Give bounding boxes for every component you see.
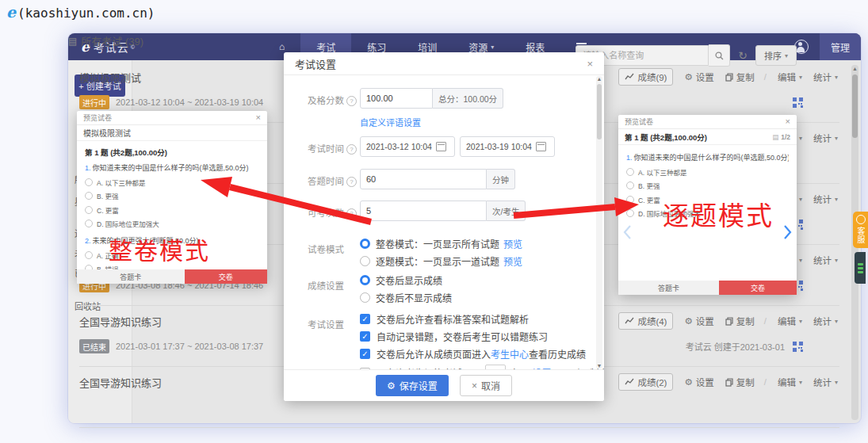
scrollbar-thumb[interactable] [852,74,858,138]
score-chart-icon [625,378,634,386]
qr-code-icon[interactable] [793,342,803,352]
settings-button[interactable]: ⚙设置 [684,315,713,327]
radio-icon [626,168,634,176]
record-wrong-checkbox[interactable]: ✓ 自动记录错题，交卷后考生可以错题练习 [360,330,586,343]
show-score-radio[interactable]: 交卷后显示成绩 [360,273,452,287]
help-icon[interactable]: ? [346,177,357,187]
page-title: ▤ 所有考试 (39) [68,33,143,48]
option-radio[interactable]: A. 以下三种都是 [85,178,259,187]
stats-menu[interactable]: 统计▾ [813,132,838,144]
exam-name[interactable]: 全国导游知识练习 [79,375,162,390]
exam-list-icon: ▤ [68,36,77,47]
cancel-button[interactable]: × 取消 [460,375,512,396]
option-radio[interactable]: B. 更强 [85,191,259,200]
preview-link[interactable]: 预览 [503,237,522,250]
stats-menu[interactable]: 统计▾ [813,71,838,83]
answer-card-button[interactable]: 答题卡 [77,269,185,284]
scrollbar-thumb[interactable] [597,84,602,139]
home-icon: ⌂ [279,41,285,52]
stats-menu[interactable]: 统计▾ [813,315,838,327]
answer-card-button[interactable]: 答题卡 [618,281,719,295]
history-score-checkbox[interactable]: ✓ 交卷后允许从成绩页面进入考生中心查看历史成绩 [360,347,586,361]
caret-down-icon: ▾ [799,318,802,325]
help-icon[interactable]: ? [346,144,357,155]
scroll-up-icon[interactable]: ▲ [596,76,602,82]
stats-menu[interactable]: 统计▾ [813,376,838,388]
exam-name[interactable]: 模拟极限测试 [79,70,141,85]
caret-down-icon: ▾ [799,379,802,386]
caret-down-icon: ▾ [835,379,838,386]
refresh-icon[interactable]: ↻ [738,49,748,62]
custom-comment-link[interactable]: 自定义评语设置 [360,116,421,128]
settings-button[interactable]: ⚙设置 [684,71,713,83]
site-logo: e(kaoshiyun.com.cn) [6,3,155,21]
option-radio[interactable]: A. 以下三种都是 [626,167,789,177]
exam-time-row: 考试时间? 2021-03-12 10:04 2021-03-19 10:04 [284,136,604,157]
score-button[interactable]: 成绩(4) [618,312,673,330]
radio-icon [626,181,634,189]
student-center-link[interactable]: 考生中心 [491,347,529,361]
scroll-down-icon[interactable]: ▼ [596,363,602,369]
pass-score-input[interactable] [360,88,433,109]
copy-button[interactable]: 复制 [725,376,755,388]
nav-admin[interactable]: 管理 [820,33,861,60]
close-icon: × [472,380,477,391]
collapsed-widget[interactable] [855,252,866,284]
edit-menu[interactable]: 编辑▾ [778,315,802,327]
popup-header: 预览试卷 × [618,115,797,129]
status-badge: 已结束 [79,339,109,353]
duration-input[interactable] [360,169,487,189]
help-icon[interactable]: ? [346,208,357,219]
custom-comment-row: 自定义评语设置 [284,116,604,128]
customer-service-tab[interactable]: 客服 [853,212,868,248]
copy-icon [725,378,733,387]
score-button[interactable]: 成绩(9) [618,68,673,86]
exam-name[interactable]: 全国导游知识练习 [79,314,162,329]
total-score-addon: 总分：100.00分 [433,88,503,109]
duration-row: 答题时间? 分钟 [284,169,604,189]
end-time-input[interactable]: 2021-03-19 10:04 [460,136,555,157]
option-radio[interactable]: C. 更富 [85,205,259,215]
checkbox-checked-icon: ✓ [360,331,370,342]
gear-icon: ⚙ [684,71,692,82]
copy-button[interactable]: 复制 [725,71,755,83]
close-icon[interactable]: × [587,59,593,69]
qr-code-icon[interactable] [793,97,803,108]
checkbox-checked-icon: ✓ [360,314,370,324]
close-icon[interactable]: × [256,113,261,122]
stats-menu[interactable]: 统计▾ [813,254,838,266]
section-row: 第 1 题 (共2题,100.00分) ▤1/2 [618,129,797,145]
modal-footer: ⚙ 保存设置 × 取消 [284,369,604,401]
settings-button[interactable]: ⚙设置 [684,376,713,388]
whole-paper-radio[interactable]: 整卷模式：一页显示所有试题 预览 [360,237,522,250]
submit-button[interactable]: 交卷 [185,269,267,284]
allow-view-answer-checkbox[interactable]: ✓ 交卷后允许查看标准答案和试题解析 [360,312,586,326]
caret-down-icon: ▾ [799,74,802,81]
edit-menu[interactable]: 编辑▾ [778,71,802,83]
customer-service-icon [856,215,866,224]
start-time-input[interactable]: 2021-03-12 10:04 [360,136,455,157]
score-button[interactable]: 成绩(2) [618,373,673,391]
attempts-input[interactable] [360,200,487,221]
scroll-up-icon[interactable]: ▲ [851,66,858,71]
single-question-radio[interactable]: 逐题模式：一页显示一道试题 预览 [360,254,522,268]
copy-button[interactable]: 复制 [725,315,755,327]
close-icon[interactable]: × [786,117,790,126]
save-settings-button[interactable]: ⚙ 保存设置 [376,375,449,396]
preview-link[interactable]: 预览 [503,254,522,268]
stats-menu[interactable]: 统计▾ [813,193,838,205]
edit-menu[interactable]: 编辑▾ [778,376,802,388]
chevron-left-icon[interactable] [623,224,632,240]
option-radio[interactable]: D. 国际地位更加强大 [85,219,259,228]
status-badge: 进行中 [79,95,109,109]
hide-score-radio[interactable]: 交卷后不显示成绩 [360,291,452,304]
option-radio[interactable]: B. 更强 [626,181,789,190]
copy-icon [725,73,733,82]
submit-button[interactable]: 交卷 [719,281,797,295]
help-icon[interactable]: ? [346,96,357,106]
modal-body: 及格分数? 总分：100.00分 自定义评语设置 考试时间? 2021-03-1… [284,74,604,370]
modal-scrollbar[interactable]: ▲ ▼ [596,76,602,369]
score-chart-icon [625,317,634,325]
chevron-right-icon[interactable] [783,224,792,240]
question-text: 1.你知道未来的中国是什么样子的吗(单选题,50.0分) [85,162,259,173]
